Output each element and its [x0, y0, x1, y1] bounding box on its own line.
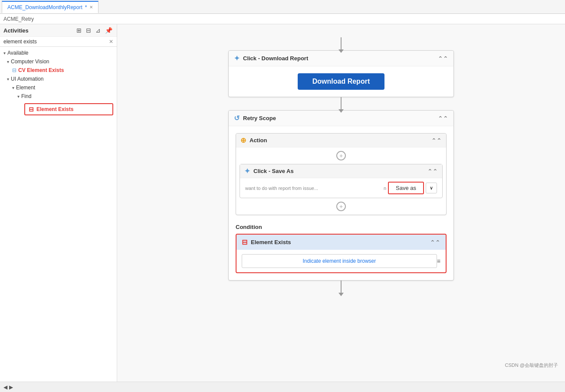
tree-ui-automation[interactable]: ▾ UI Automation	[0, 75, 117, 83]
tree-computer-vision[interactable]: ▾ Computer Vision	[0, 57, 117, 66]
save-as-controls: n Save as ∨	[384, 182, 437, 194]
action-title: Action	[250, 137, 267, 144]
cv-label: Computer Vision	[11, 59, 49, 65]
condition-label: Condition	[236, 224, 447, 230]
tab-label-download: ACME_DownloadMonthlyReport	[7, 4, 82, 10]
element-exists-node-body: Indicate element inside browser ≡	[237, 250, 446, 272]
element-exists-node: ⊟ Element Exists ⌃⌃ Indicate element ins…	[236, 234, 447, 273]
action-node: ⊕ Action ⌃⌃ +	[236, 133, 447, 215]
left-panel-header: Activities ⊞ ⊟ ⊿ 📌	[0, 24, 117, 37]
indicate-element-btn[interactable]: Indicate element inside browser	[242, 254, 437, 268]
watermark-text: CSDN @会敲键盘的肘子	[505, 362, 558, 369]
arrow-connector-2	[341, 97, 342, 110]
scroll-left-btn[interactable]: ◀	[3, 384, 7, 390]
ui-auto-arrow: ▾	[7, 77, 9, 82]
tree-available[interactable]: ▾ Available	[0, 49, 117, 57]
search-bar: ✕	[0, 37, 117, 47]
click-save-sub-text: want to do with report from issue...	[245, 186, 318, 191]
element-exists-tree-item: ⊟ Element Exists	[0, 101, 117, 118]
arrow-connector-3	[341, 281, 342, 294]
tab-modified-indicator: *	[85, 4, 87, 10]
main-layout: Activities ⊞ ⊟ ⊿ 📌 ✕ ▾ Available ▾ Compu…	[0, 24, 565, 382]
cv-element-label: CV Element Exists	[18, 67, 64, 73]
click-download-collapse-btn[interactable]: ⌃⌃	[438, 55, 448, 62]
find-label: Find	[21, 93, 31, 99]
left-panel: Activities ⊞ ⊟ ⊿ 📌 ✕ ▾ Available ▾ Compu…	[0, 24, 117, 382]
condition-section: Condition ⊟ Element Exists ⌃⌃	[236, 220, 447, 273]
tree-cv-element-exists[interactable]: ⊟ CV Element Exists	[0, 66, 117, 75]
action-icon: ⊕	[240, 136, 246, 144]
action-header: ⊕ Action ⌃⌃	[236, 134, 446, 147]
tab-close-download[interactable]: ✕	[89, 5, 93, 10]
click-save-as-collapse-btn[interactable]: ⌃⌃	[427, 168, 438, 175]
arrow-connector-1	[341, 37, 342, 50]
click-save-icon: ✦	[244, 167, 250, 175]
retry-scope-title: Retry Scope	[243, 115, 276, 121]
retry-scope-header: ↺ Retry Scope ⌃⌃	[229, 111, 453, 126]
retry-scope-collapse-btn[interactable]: ⌃⌃	[438, 115, 448, 122]
collapse-all-icon[interactable]: ⊟	[85, 26, 92, 35]
add-action-bottom-btn[interactable]: +	[336, 202, 346, 211]
expand-all-icon[interactable]: ⊞	[76, 26, 82, 35]
bottom-bar: ◀ ▶	[0, 382, 565, 392]
search-input[interactable]	[3, 39, 107, 45]
click-save-as-title: Click - Save As	[253, 168, 294, 174]
tab-bar: ACME_DownloadMonthlyReport * ✕	[0, 0, 565, 14]
element-exists-node-label: Element Exists	[251, 239, 291, 245]
search-clear-icon[interactable]: ✕	[109, 39, 113, 45]
sub-tab-label: ACME_Retry	[3, 16, 34, 22]
tree-find[interactable]: ▾ Find	[0, 92, 117, 101]
download-report-button[interactable]: Download Report	[298, 73, 384, 90]
cv-element-icon: ⊟	[12, 67, 16, 73]
canvas-area[interactable]: ✦ Click - Download Report ⌃⌃ Download Re…	[117, 24, 565, 382]
retry-scope-body: ⊕ Action ⌃⌃ +	[229, 126, 453, 280]
retry-icon: ↺	[234, 114, 240, 122]
click-download-report-node: ✦ Click - Download Report ⌃⌃ Download Re…	[228, 50, 454, 97]
click-save-as-node: ✦ Click - Save As ⌃⌃ want to do with rep…	[240, 164, 443, 198]
element-arrow: ▾	[12, 85, 14, 90]
click-download-title: Click - Download Report	[243, 55, 308, 62]
tree-section-available: ▾ Available ▾ Computer Vision ⊟ CV Eleme…	[0, 49, 117, 118]
action-body: + ✦ Click - Save As ⌃⌃	[236, 147, 446, 215]
click-save-as-header: ✦ Click - Save As ⌃⌃	[240, 164, 442, 178]
click-download-report-header: ✦ Click - Download Report ⌃⌃	[229, 51, 453, 66]
ui-automation-label: UI Automation	[11, 76, 43, 82]
tree-container: ▾ Available ▾ Computer Vision ⊟ CV Eleme…	[0, 47, 117, 382]
element-exists-node-header: ⊟ Element Exists ⌃⌃	[237, 235, 446, 250]
element-exists-node-header-left: ⊟ Element Exists	[242, 238, 291, 246]
left-panel-icons: ⊞ ⊟ ⊿ 📌	[76, 26, 113, 35]
element-label: Element	[16, 85, 35, 91]
element-exists-menu-icon[interactable]: ≡	[437, 258, 440, 265]
filter-icon[interactable]: ⊿	[95, 26, 102, 35]
element-exists-box[interactable]: ⊟ Element Exists	[24, 103, 113, 115]
save-as-dropdown[interactable]: ∨	[426, 183, 437, 193]
retry-scope-header-left: ↺ Retry Scope	[234, 114, 276, 122]
click-save-as-header-left: ✦ Click - Save As	[244, 167, 294, 175]
click-icon: ✦	[234, 54, 240, 62]
action-collapse-btn[interactable]: ⌃⌃	[431, 137, 442, 144]
left-panel-title: Activities	[3, 27, 29, 34]
retry-scope-node: ↺ Retry Scope ⌃⌃ ⊕ Action ⌃⌃	[228, 110, 454, 281]
pin-icon[interactable]: 📌	[104, 26, 113, 35]
available-arrow: ▾	[3, 51, 6, 56]
element-exists-collapse-btn[interactable]: ⌃⌃	[430, 239, 440, 246]
sub-tab-bar: ACME_Retry	[0, 14, 565, 24]
cv-arrow: ▾	[7, 59, 9, 64]
add-action-btn[interactable]: +	[336, 151, 346, 160]
element-exists-icon: ⊟	[29, 106, 34, 113]
tree-element[interactable]: ▾ Element	[0, 83, 117, 92]
action-header-left: ⊕ Action	[240, 136, 267, 144]
click-download-body: Download Report	[229, 66, 453, 97]
click-download-header-left: ✦ Click - Download Report	[234, 54, 308, 62]
available-label: Available	[7, 50, 28, 56]
click-save-as-body: want to do with report from issue... n S…	[240, 178, 442, 198]
scroll-right-btn[interactable]: ▶	[9, 384, 13, 390]
save-as-button[interactable]: Save as	[388, 182, 424, 194]
find-arrow: ▾	[17, 94, 20, 99]
workflow-container: ✦ Click - Download Report ⌃⌃ Download Re…	[135, 33, 548, 294]
element-exists-node-icon: ⊟	[242, 238, 247, 246]
tab-download-monthly[interactable]: ACME_DownloadMonthlyReport * ✕	[2, 1, 99, 13]
element-exists-box-label: Element Exists	[36, 106, 73, 112]
